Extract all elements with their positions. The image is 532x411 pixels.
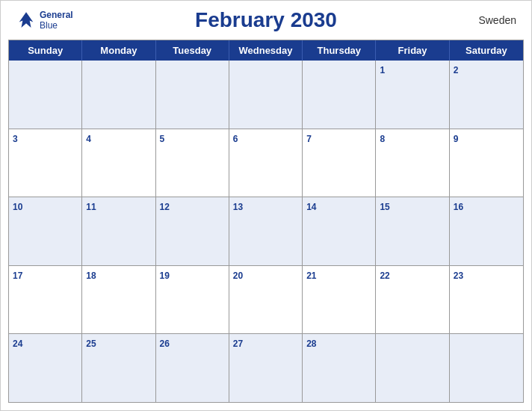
- calendar: SundayMondayTuesdayWednesdayThursdayFrid…: [8, 40, 524, 403]
- day-header-saturday: Saturday: [450, 40, 523, 61]
- calendar-cell: 6: [229, 129, 303, 197]
- calendar-cell: 18: [82, 266, 155, 334]
- calendar-week-5: 2425262728: [9, 334, 523, 402]
- date-number: 18: [86, 271, 96, 281]
- logo-icon: [16, 10, 37, 31]
- date-number: 26: [160, 339, 170, 349]
- calendar-cell: 15: [376, 197, 449, 265]
- date-number: 9: [454, 134, 459, 144]
- calendar-week-1: 12: [9, 61, 523, 129]
- calendar-cell: 24: [9, 334, 82, 402]
- calendar-week-2: 3456789: [9, 129, 523, 198]
- calendar-cell: 19: [156, 266, 229, 334]
- date-number: 20: [233, 271, 243, 281]
- calendar-cell: 7: [303, 129, 376, 197]
- calendar-cell: 5: [156, 129, 229, 197]
- date-number: 27: [233, 339, 243, 349]
- calendar-cell: 13: [229, 197, 303, 265]
- date-number: 5: [160, 134, 165, 144]
- calendar-week-3: 10111213141516: [9, 197, 523, 266]
- calendar-cell: [82, 61, 155, 129]
- days-header: SundayMondayTuesdayWednesdayThursdayFrid…: [9, 40, 523, 61]
- calendar-week-4: 17181920212223: [9, 266, 523, 335]
- calendar-cell: 3: [9, 129, 82, 197]
- date-number: 11: [86, 202, 96, 212]
- calendar-cell: [303, 61, 376, 129]
- date-number: 3: [13, 134, 18, 144]
- date-number: 7: [306, 134, 312, 144]
- date-number: 19: [160, 271, 170, 281]
- date-number: 24: [13, 339, 22, 349]
- calendar-cell: 25: [82, 334, 155, 402]
- calendar-cell: 14: [303, 197, 376, 265]
- calendar-cell: 22: [376, 266, 449, 334]
- calendar-cell: 8: [376, 129, 449, 197]
- calendar-cell: 21: [303, 266, 376, 334]
- date-number: 22: [380, 271, 389, 281]
- day-header-monday: Monday: [82, 40, 155, 61]
- calendar-cell: 2: [450, 61, 523, 129]
- svg-marker-0: [19, 13, 34, 28]
- calendar-title: February 2030: [195, 8, 337, 32]
- calendar-cell: [450, 334, 523, 402]
- calendar-cell: [376, 334, 449, 402]
- country-label: Sweden: [478, 14, 516, 26]
- logo-text: General Blue: [40, 10, 73, 31]
- calendar-cell: 10: [9, 197, 82, 265]
- day-header-wednesday: Wednesday: [229, 40, 303, 61]
- calendar-cell: 9: [450, 129, 523, 197]
- date-number: 17: [13, 271, 22, 281]
- date-number: 15: [380, 202, 389, 212]
- date-number: 4: [86, 134, 91, 144]
- date-number: 23: [454, 271, 463, 281]
- date-number: 13: [233, 202, 243, 212]
- date-number: 6: [233, 134, 238, 144]
- calendar-cell: 16: [450, 197, 523, 265]
- calendar-grid: 1234567891011121314151617181920212223242…: [9, 61, 523, 402]
- calendar-cell: 17: [9, 266, 82, 334]
- day-header-sunday: Sunday: [9, 40, 82, 61]
- date-number: 16: [454, 202, 463, 212]
- calendar-cell: 20: [229, 266, 303, 334]
- calendar-cell: [9, 61, 82, 129]
- date-number: 8: [380, 134, 385, 144]
- date-number: 25: [86, 339, 96, 349]
- calendar-header: General Blue February 2030 Sweden: [1, 1, 531, 40]
- date-number: 1: [380, 65, 385, 75]
- calendar-cell: [229, 61, 303, 129]
- date-number: 2: [454, 65, 459, 75]
- calendar-cell: 4: [82, 129, 155, 197]
- date-number: 12: [160, 202, 170, 212]
- day-header-tuesday: Tuesday: [156, 40, 229, 61]
- calendar-cell: 1: [376, 61, 449, 129]
- logo: General Blue: [16, 10, 73, 31]
- date-number: 28: [306, 339, 316, 349]
- calendar-cell: 23: [450, 266, 523, 334]
- date-number: 14: [306, 202, 316, 212]
- calendar-cell: 12: [156, 197, 229, 265]
- day-header-friday: Friday: [376, 40, 449, 61]
- calendar-cell: [156, 61, 229, 129]
- day-header-thursday: Thursday: [303, 40, 376, 61]
- calendar-cell: 28: [303, 334, 376, 402]
- calendar-cell: 26: [156, 334, 229, 402]
- calendar-cell: 11: [82, 197, 155, 265]
- calendar-cell: 27: [229, 334, 303, 402]
- date-number: 21: [306, 271, 316, 281]
- date-number: 10: [13, 202, 22, 212]
